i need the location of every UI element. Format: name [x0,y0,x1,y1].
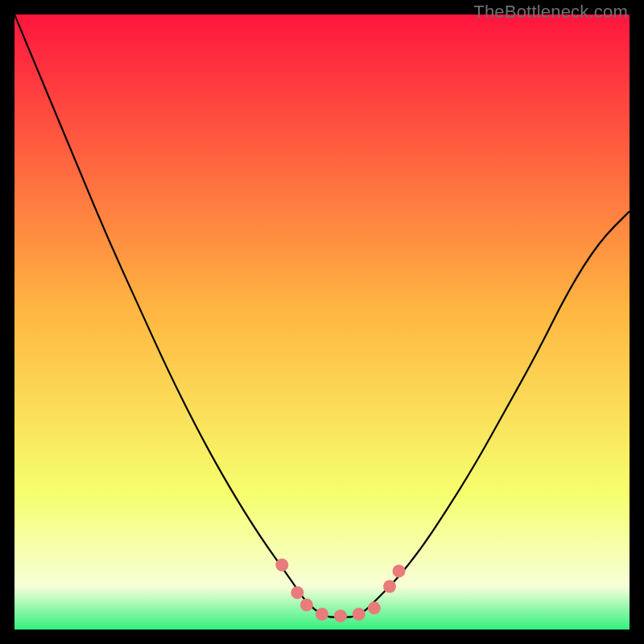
plot-area [14,14,630,630]
curve-marker [368,601,381,614]
curve-marker [316,608,328,621]
curve-marker [300,598,313,611]
curve-marker [291,586,303,599]
curve-marker [353,608,365,621]
curve-marker [334,609,347,622]
curve-marker [275,559,288,572]
watermark-text: TheBottleneck.com [473,2,628,23]
gradient-background [14,14,630,630]
curve-marker [393,564,406,577]
chart-frame: TheBottleneck.com [0,0,644,644]
plot-svg [14,14,630,630]
curve-marker [383,580,396,593]
